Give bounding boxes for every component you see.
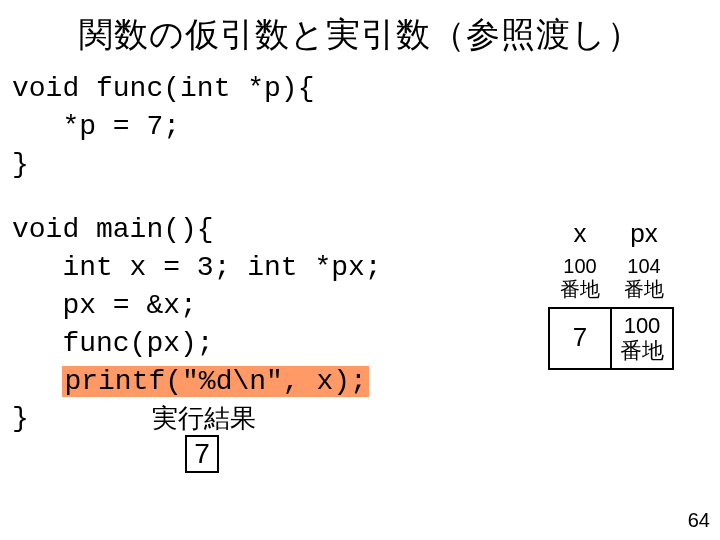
mem-header-x: x bbox=[548, 218, 612, 249]
mem-addr-x-num: 100 bbox=[563, 255, 596, 277]
mem-addr-x: 100 番地 bbox=[548, 255, 612, 301]
memory-value-boxes: 7 100 番地 bbox=[548, 307, 676, 370]
mem-value-px: 100 番地 bbox=[610, 307, 674, 370]
page-number: 64 bbox=[688, 509, 710, 532]
mem-value-px-num: 100 bbox=[624, 313, 661, 338]
memory-diagram: x px 100 番地 104 番地 7 100 番地 bbox=[548, 218, 676, 370]
mem-value-x: 7 bbox=[548, 307, 610, 370]
mem-addr-px-unit: 番地 bbox=[624, 278, 664, 300]
mem-value-px-unit: 番地 bbox=[620, 338, 664, 363]
mem-addr-x-unit: 番地 bbox=[560, 278, 600, 300]
highlighted-printf: printf("%d\n", x); bbox=[62, 366, 368, 397]
slide-title: 関数の仮引数と実引数（参照渡し） bbox=[0, 0, 720, 64]
mem-addr-px: 104 番地 bbox=[612, 255, 676, 301]
memory-addresses: 100 番地 104 番地 bbox=[548, 255, 676, 301]
memory-headers: x px bbox=[548, 218, 676, 249]
code-main-post: } bbox=[12, 403, 29, 434]
mem-header-px: px bbox=[612, 218, 676, 249]
mem-addr-px-num: 104 bbox=[627, 255, 660, 277]
code-func-block: void func(int *p){ *p = 7; } bbox=[0, 70, 720, 183]
result-value-box: 7 bbox=[185, 435, 219, 473]
result-label: 実行結果 bbox=[152, 401, 256, 436]
